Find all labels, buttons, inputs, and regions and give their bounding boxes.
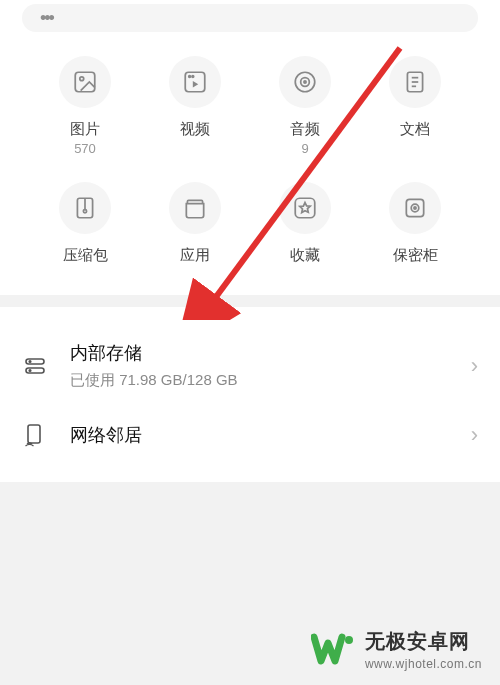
category-favorites[interactable]: 收藏 xyxy=(250,182,360,267)
category-label: 视频 xyxy=(180,120,210,139)
category-count: 9 xyxy=(301,141,308,156)
network-icon xyxy=(22,423,48,447)
category-audio[interactable]: 音频 9 xyxy=(250,56,360,156)
category-apps[interactable]: 应用 xyxy=(140,182,250,267)
search-input[interactable]: ••• xyxy=(22,4,478,32)
svg-point-23 xyxy=(29,369,31,371)
storage-list: 内部存储 已使用 71.98 GB/128 GB › 网络邻居 › xyxy=(0,307,500,482)
watermark-text: 无极安卓网 www.wjhotel.com.cn xyxy=(365,628,482,671)
watermark-logo-icon xyxy=(311,633,355,667)
svg-point-4 xyxy=(192,76,194,78)
search-placeholder-dots: ••• xyxy=(40,8,53,29)
internal-storage-row[interactable]: 内部存储 已使用 71.98 GB/128 GB › xyxy=(0,325,500,406)
row-text: 内部存储 已使用 71.98 GB/128 GB xyxy=(70,341,471,390)
svg-point-1 xyxy=(80,77,84,81)
category-grid: 图片 570 视频 音频 xyxy=(0,56,500,267)
category-label: 应用 xyxy=(180,246,210,265)
storage-icon xyxy=(22,354,48,378)
watermark-cn: 无极安卓网 xyxy=(365,628,482,655)
svg-point-19 xyxy=(414,207,416,209)
svg-marker-5 xyxy=(193,81,198,88)
archive-icon xyxy=(59,182,111,234)
svg-rect-2 xyxy=(185,72,205,92)
document-icon xyxy=(389,56,441,108)
svg-point-22 xyxy=(29,360,31,362)
category-label: 图片 xyxy=(70,120,100,139)
image-icon xyxy=(59,56,111,108)
svg-point-27 xyxy=(345,636,353,644)
row-text: 网络邻居 xyxy=(70,423,471,447)
category-count: 570 xyxy=(74,141,96,156)
app-icon xyxy=(169,182,221,234)
watermark-en: www.wjhotel.com.cn xyxy=(365,657,482,671)
categories-card: ••• 图片 570 视频 xyxy=(0,0,500,295)
audio-icon xyxy=(279,56,331,108)
svg-point-8 xyxy=(304,81,306,83)
video-icon xyxy=(169,56,221,108)
chevron-right-icon: › xyxy=(471,422,478,448)
network-title: 网络邻居 xyxy=(70,423,471,447)
svg-rect-24 xyxy=(28,425,40,443)
category-label: 收藏 xyxy=(290,246,320,265)
category-label: 文档 xyxy=(400,120,430,139)
storage-title: 内部存储 xyxy=(70,341,471,365)
svg-point-3 xyxy=(189,76,191,78)
favorite-icon xyxy=(279,182,331,234)
category-label: 保密柜 xyxy=(393,246,438,265)
category-archives[interactable]: 压缩包 xyxy=(30,182,140,267)
watermark: 无极安卓网 www.wjhotel.com.cn xyxy=(311,628,482,671)
safe-icon xyxy=(389,182,441,234)
svg-rect-0 xyxy=(75,72,95,92)
chevron-right-icon: › xyxy=(471,353,478,379)
category-images[interactable]: 图片 570 xyxy=(30,56,140,156)
category-label: 音频 xyxy=(290,120,320,139)
network-neighbors-row[interactable]: 网络邻居 › xyxy=(0,406,500,464)
category-docs[interactable]: 文档 xyxy=(360,56,470,156)
svg-point-15 xyxy=(83,210,86,213)
category-safe[interactable]: 保密柜 xyxy=(360,182,470,267)
category-label: 压缩包 xyxy=(63,246,108,265)
storage-subtitle: 已使用 71.98 GB/128 GB xyxy=(70,371,471,390)
category-videos[interactable]: 视频 xyxy=(140,56,250,156)
